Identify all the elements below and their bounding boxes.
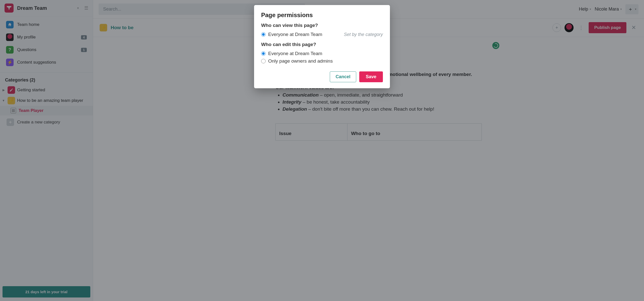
radio-input[interactable]	[261, 51, 266, 56]
view-permission-question: Who can view this page?	[261, 23, 383, 28]
option-label: Everyone at Dream Team	[268, 32, 322, 37]
option-label: Everyone at Dream Team	[268, 51, 322, 56]
option-label: Only page owners and admins	[268, 58, 333, 64]
modal-actions: Cancel Save	[261, 71, 383, 82]
view-permission-row: Everyone at Dream Team Set by the catego…	[261, 31, 383, 38]
radio-input[interactable]	[261, 59, 266, 63]
page-permissions-modal: Page permissions Who can view this page?…	[254, 5, 390, 88]
cancel-button[interactable]: Cancel	[330, 71, 356, 82]
view-everyone-option[interactable]: Everyone at Dream Team	[261, 31, 322, 38]
edit-owners-option[interactable]: Only page owners and admins	[261, 57, 383, 65]
modal-overlay[interactable]: Page permissions Who can view this page?…	[0, 0, 644, 301]
save-button[interactable]: Save	[359, 71, 383, 82]
radio-input[interactable]	[261, 32, 266, 37]
edit-everyone-option[interactable]: Everyone at Dream Team	[261, 50, 383, 57]
modal-title: Page permissions	[261, 12, 383, 19]
edit-permission-question: Who can edit this page?	[261, 42, 383, 47]
category-hint: Set by the category	[336, 32, 383, 37]
